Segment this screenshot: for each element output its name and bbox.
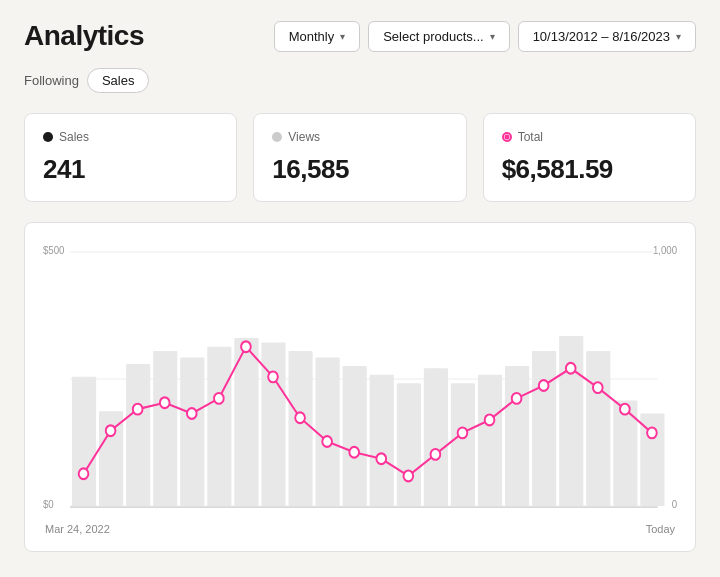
chart-svg: $500 $0 1,000 0 xyxy=(41,239,679,519)
total-label: Total xyxy=(518,130,543,144)
chart-footer: Mar 24, 2022 Today xyxy=(41,523,679,535)
chart-x-start: Mar 24, 2022 xyxy=(45,523,110,535)
svg-point-50 xyxy=(647,427,657,438)
metric-card-views: Views 16,585 xyxy=(253,113,466,202)
svg-point-39 xyxy=(349,447,359,458)
svg-point-30 xyxy=(106,425,116,436)
svg-point-29 xyxy=(79,468,89,479)
svg-point-33 xyxy=(187,408,197,419)
svg-point-48 xyxy=(593,382,603,393)
svg-rect-7 xyxy=(72,377,96,506)
svg-rect-19 xyxy=(397,383,421,506)
page-header: Analytics Monthly ▾ Select products... ▾… xyxy=(24,20,696,52)
svg-point-36 xyxy=(268,371,278,382)
metrics-row: Sales 241 Views 16,585 Total $6,581.59 xyxy=(24,113,696,202)
filter-tabs: Following Sales xyxy=(24,68,696,93)
views-label: Views xyxy=(288,130,320,144)
sales-value: 241 xyxy=(43,154,218,185)
page-title: Analytics xyxy=(24,20,144,52)
svg-rect-20 xyxy=(424,368,448,506)
metric-label-row: Sales xyxy=(43,130,218,144)
svg-text:$0: $0 xyxy=(43,499,54,511)
svg-point-31 xyxy=(133,404,143,415)
chevron-down-icon: ▾ xyxy=(490,31,495,42)
svg-point-42 xyxy=(431,449,441,460)
header-controls: Monthly ▾ Select products... ▾ 10/13/201… xyxy=(274,21,696,52)
svg-rect-11 xyxy=(180,357,204,506)
svg-rect-22 xyxy=(478,375,502,506)
metric-card-total: Total $6,581.59 xyxy=(483,113,696,202)
metric-label-row: Total xyxy=(502,130,677,144)
svg-rect-10 xyxy=(153,351,177,506)
svg-point-43 xyxy=(458,427,468,438)
chart-card: $500 $0 1,000 0 xyxy=(24,222,696,552)
total-value: $6,581.59 xyxy=(502,154,677,185)
following-tab[interactable]: Following xyxy=(24,71,79,90)
chart-x-end: Today xyxy=(646,523,675,535)
svg-point-38 xyxy=(322,436,332,447)
svg-point-41 xyxy=(404,471,414,482)
total-dot xyxy=(502,132,512,142)
svg-point-44 xyxy=(485,415,495,426)
sales-tag[interactable]: Sales xyxy=(87,68,150,93)
svg-point-40 xyxy=(376,453,386,464)
svg-text:1,000: 1,000 xyxy=(653,245,677,257)
svg-rect-24 xyxy=(532,351,556,506)
svg-text:0: 0 xyxy=(672,499,678,511)
svg-rect-25 xyxy=(559,336,583,506)
svg-point-37 xyxy=(295,412,305,423)
sales-dot xyxy=(43,132,53,142)
views-value: 16,585 xyxy=(272,154,447,185)
svg-rect-23 xyxy=(505,366,529,506)
monthly-dropdown[interactable]: Monthly ▾ xyxy=(274,21,361,52)
svg-point-47 xyxy=(566,363,576,374)
svg-rect-15 xyxy=(288,351,312,506)
svg-point-32 xyxy=(160,397,170,408)
svg-rect-26 xyxy=(586,351,610,506)
svg-rect-21 xyxy=(451,383,475,506)
svg-point-35 xyxy=(241,341,251,352)
svg-point-46 xyxy=(539,380,549,391)
products-dropdown[interactable]: Select products... ▾ xyxy=(368,21,509,52)
views-dot xyxy=(272,132,282,142)
sales-label: Sales xyxy=(59,130,89,144)
chart-container: $500 $0 1,000 0 xyxy=(41,239,679,519)
chevron-down-icon: ▾ xyxy=(676,31,681,42)
svg-rect-17 xyxy=(343,366,367,506)
svg-rect-16 xyxy=(316,357,340,506)
svg-rect-9 xyxy=(126,364,150,506)
svg-point-45 xyxy=(512,393,522,404)
chevron-down-icon: ▾ xyxy=(340,31,345,42)
date-range-dropdown[interactable]: 10/13/2012 – 8/16/2023 ▾ xyxy=(518,21,696,52)
svg-point-34 xyxy=(214,393,224,404)
metric-label-row: Views xyxy=(272,130,447,144)
svg-rect-12 xyxy=(207,347,231,506)
svg-rect-18 xyxy=(370,375,394,506)
svg-point-49 xyxy=(620,404,630,415)
svg-text:$500: $500 xyxy=(43,245,65,257)
metric-card-sales: Sales 241 xyxy=(24,113,237,202)
